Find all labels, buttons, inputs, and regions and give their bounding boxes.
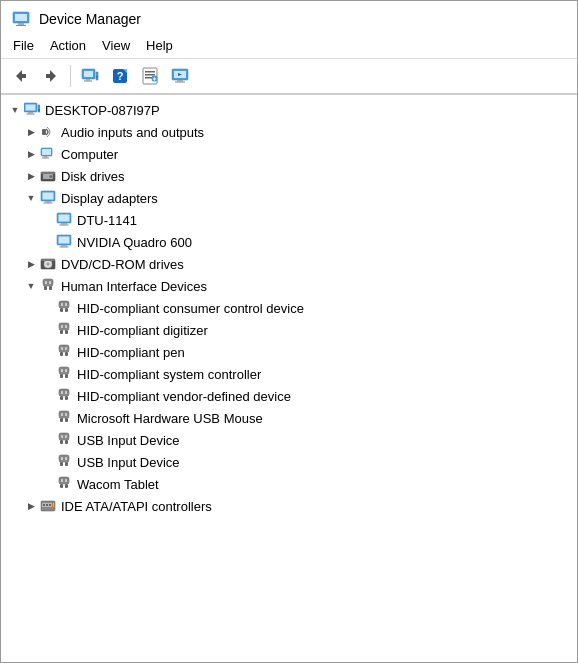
- chevron-root: ▼: [7, 102, 23, 118]
- svg-rect-93: [59, 393, 69, 396]
- svg-rect-94: [61, 391, 63, 394]
- tree-item-hid3[interactable]: HID-compliant pen: [1, 341, 577, 363]
- menu-help[interactable]: Help: [138, 35, 181, 56]
- svg-rect-125: [52, 503, 53, 507]
- svg-rect-26: [177, 80, 183, 82]
- disk-label: Disk drives: [61, 169, 125, 184]
- svg-rect-80: [65, 352, 68, 356]
- menu-view[interactable]: View: [94, 35, 138, 56]
- tree-item-hid2[interactable]: HID-compliant digitizer: [1, 319, 577, 341]
- tree-item-audio[interactable]: ▶ Audio inputs and outputs: [1, 121, 577, 143]
- svg-rect-117: [59, 481, 69, 484]
- tree-item-hid1[interactable]: HID-compliant consumer control device: [1, 297, 577, 319]
- chevron-computer: ▶: [23, 146, 39, 162]
- svg-rect-79: [60, 352, 63, 356]
- display-device-icon-dtu: [55, 211, 73, 229]
- svg-rect-53: [59, 237, 70, 244]
- svg-rect-103: [60, 440, 63, 444]
- svg-rect-97: [60, 418, 63, 422]
- hid4-label: HID-compliant system controller: [77, 367, 261, 382]
- tree-item-hid7[interactable]: USB Input Device: [1, 429, 577, 451]
- tree-item-hid5[interactable]: HID-compliant vendor-defined device: [1, 385, 577, 407]
- hid-icon: [39, 277, 57, 295]
- tree-item-nvidia[interactable]: NVIDIA Quadro 600: [1, 231, 577, 253]
- hid-device-icon-6: [55, 409, 73, 427]
- svg-rect-46: [45, 201, 51, 203]
- hid-device-icon-5: [55, 387, 73, 405]
- svg-rect-62: [49, 286, 52, 290]
- tree-item-display[interactable]: ▼ Display adapters: [1, 187, 577, 209]
- tree-item-computer[interactable]: ▶ Computer: [1, 143, 577, 165]
- svg-rect-91: [60, 396, 63, 400]
- tree-item-disk[interactable]: ▶ Disk drives: [1, 165, 577, 187]
- svg-rect-70: [61, 303, 63, 306]
- back-button[interactable]: [7, 63, 35, 89]
- svg-rect-101: [65, 413, 67, 416]
- svg-rect-38: [44, 156, 48, 158]
- ide-icon: [39, 497, 57, 515]
- hid-device-icon-9: [55, 475, 73, 493]
- svg-rect-98: [65, 418, 68, 422]
- svg-rect-104: [65, 440, 68, 444]
- svg-rect-89: [65, 369, 67, 372]
- audio-icon: [39, 123, 57, 141]
- svg-rect-99: [59, 415, 69, 418]
- svg-rect-88: [61, 369, 63, 372]
- svg-rect-112: [61, 457, 63, 460]
- svg-rect-7: [46, 74, 50, 78]
- svg-rect-31: [28, 112, 33, 114]
- dtu-label: DTU-1141: [77, 213, 137, 228]
- device-manager-button[interactable]: [76, 63, 104, 89]
- svg-point-42: [50, 175, 53, 178]
- tree-item-hid8[interactable]: USB Input Device: [1, 451, 577, 473]
- device-manager-window: Device Manager File Action View Help: [0, 0, 578, 663]
- title-bar: Device Manager: [1, 1, 577, 33]
- svg-rect-1: [15, 14, 27, 21]
- svg-rect-19: [145, 74, 155, 76]
- tree-item-hid4[interactable]: HID-compliant system controller: [1, 363, 577, 385]
- tree-item-hid6[interactable]: Microsoft Hardware USB Mouse: [1, 407, 577, 429]
- svg-rect-51: [60, 225, 69, 226]
- svg-rect-63: [43, 283, 53, 286]
- svg-rect-111: [59, 459, 69, 462]
- forward-button[interactable]: [37, 63, 65, 89]
- svg-rect-86: [65, 374, 68, 378]
- nvidia-label: NVIDIA Quadro 600: [77, 235, 192, 250]
- svg-rect-35: [42, 129, 46, 135]
- svg-rect-109: [60, 462, 63, 466]
- tree-item-dvd[interactable]: ▶ DVD/CD-ROM drives: [1, 253, 577, 275]
- menu-file[interactable]: File: [5, 35, 42, 56]
- display-icon: [39, 189, 57, 207]
- svg-rect-10: [86, 79, 90, 81]
- svg-rect-68: [65, 308, 68, 312]
- monitor-button[interactable]: [166, 63, 194, 89]
- tree-item-dtu[interactable]: DTU-1141: [1, 209, 577, 231]
- tree-item-ide[interactable]: ▶ IDE ATA/ATAPI controllers: [1, 495, 577, 517]
- properties-button[interactable]: [136, 63, 164, 89]
- hid-device-icon-4: [55, 365, 73, 383]
- help-button[interactable]: ?: [106, 63, 134, 89]
- svg-rect-83: [65, 347, 67, 350]
- svg-rect-32: [27, 114, 35, 115]
- svg-text:?: ?: [117, 70, 124, 82]
- svg-rect-122: [43, 504, 45, 506]
- device-tree: ▼ DESKTOP-087I97P ▶: [1, 95, 577, 662]
- tree-item-hid9[interactable]: Wacom Tablet: [1, 473, 577, 495]
- svg-rect-75: [59, 327, 69, 330]
- svg-rect-59: [41, 259, 55, 261]
- svg-rect-113: [65, 457, 67, 460]
- tree-item-root[interactable]: ▼ DESKTOP-087I97P: [1, 99, 577, 121]
- hid5-label: HID-compliant vendor-defined device: [77, 389, 291, 404]
- svg-rect-43: [41, 172, 55, 174]
- audio-label: Audio inputs and outputs: [61, 125, 204, 140]
- svg-rect-55: [60, 247, 69, 248]
- svg-marker-6: [50, 70, 56, 82]
- tree-item-hid[interactable]: ▼ Human Interface Devices: [1, 275, 577, 297]
- svg-rect-5: [22, 74, 26, 78]
- chevron-ide: ▶: [23, 498, 39, 514]
- hid3-label: HID-compliant pen: [77, 345, 185, 360]
- display-device-icon-nvidia: [55, 233, 73, 251]
- svg-rect-106: [61, 435, 63, 438]
- svg-rect-82: [61, 347, 63, 350]
- menu-action[interactable]: Action: [42, 35, 94, 56]
